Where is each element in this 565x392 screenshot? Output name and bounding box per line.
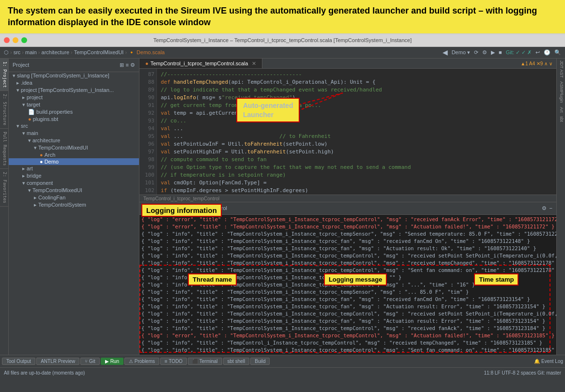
left-panel: Project ⊞ ≡ ⚙ ▾ slang [TempControlSystem…: [9, 59, 139, 355]
tree-art[interactable]: ▸ art: [9, 165, 139, 172]
tab-pull-requests[interactable]: Pull Requests: [0, 129, 8, 169]
tree-demo[interactable]: ● Demo: [9, 158, 139, 165]
editor-footer: TempControl_i_tcproc_tempControl: [139, 195, 556, 201]
main-container: 1: Project 2: Structure Pull Requests 2:…: [0, 59, 565, 355]
tab-structure[interactable]: 2: Structure: [0, 91, 8, 129]
breadcrumb-src[interactable]: src: [14, 49, 21, 55]
tree-target[interactable]: ▾ target: [9, 101, 139, 108]
log-line: { "log" : "info", "title" : "TempControl…: [141, 288, 554, 296]
breadcrumb-demo-scala[interactable]: 🔸 Demo.scala: [128, 49, 165, 56]
breadcrumb-tempcontrolmixedui[interactable]: TempControlMixedUI: [74, 49, 124, 55]
project-controls: ⊞ ≡ ⚙: [120, 62, 135, 68]
log-line: { "log" : "info", "title" : "TempControl…: [141, 238, 554, 245]
close-button[interactable]: [4, 37, 10, 43]
launcher-annotation-box: Auto-generatedLauncher: [236, 98, 300, 122]
log-line: { "log" : "info", "title" : "TempControl…: [141, 296, 554, 303]
file-tree: ▾ slang [TempControlSystem_i_Instance] ▸…: [9, 72, 139, 355]
terminal-button[interactable]: ⬛ Terminal: [188, 358, 222, 365]
bottom-toolbar: Tool Output ANTLR Preview ⑂ Git ▶ Run ⚠ …: [0, 355, 565, 367]
tree-arch[interactable]: ● Arch: [9, 151, 139, 158]
todo-button[interactable]: ≡ TODO: [160, 358, 187, 365]
window-title: TempControlSystem_i_Instance – TempContr…: [153, 37, 412, 43]
logging-label: Logging information: [146, 206, 217, 214]
tree-project-root[interactable]: ▾ project [TempControlSystem_i_Instan...: [9, 87, 139, 94]
log-line: { "log" : "error", "title" : "TempContro…: [141, 223, 554, 230]
tree-component[interactable]: ▾ component: [9, 180, 139, 187]
logging-message-box: Logging message: [324, 273, 387, 286]
log-line: { "log" : "info", "title" : "TempControl…: [141, 245, 554, 252]
ast-label-jdt: JDT AST: [557, 59, 565, 80]
problems-button[interactable]: ⚠ Problems: [124, 358, 159, 365]
status-left: All files are up-to-date (moments ago): [4, 370, 85, 376]
log-line: { "log" : "info", "title" : "TempControl…: [141, 230, 554, 238]
editor-warnings: ▲1 A4 ✕9 ∧ ∨: [520, 61, 556, 66]
traffic-lights: [4, 37, 27, 43]
antlr-preview-button[interactable]: ANTLR Preview: [36, 358, 79, 365]
log-line: { "log" : "info", "title" : "TempControl…: [141, 310, 554, 317]
tree-src[interactable]: ▾ src: [9, 122, 139, 130]
project-panel-header: Project ⊞ ≡ ⚙: [9, 59, 139, 72]
breadcrumb-bar: ⬡ › src › main › architecture › TempCont…: [0, 47, 565, 59]
log-line: { "log" : "info", "title" : "TempControl…: [141, 303, 554, 310]
build-button[interactable]: Build: [250, 358, 270, 365]
breadcrumb-main[interactable]: main: [25, 49, 37, 55]
log-line: { "log" : "info", "title" : "TempControl…: [141, 339, 554, 347]
tree-build-properties[interactable]: 📄 build.properties: [9, 108, 139, 116]
thread-name-box: Thread name: [188, 273, 237, 286]
maximize-button[interactable]: [21, 37, 27, 43]
console-settings-icon[interactable]: ⚙: [542, 205, 547, 211]
tree-idea[interactable]: ▸ .idea: [9, 79, 139, 87]
tree-component-tempcontrolmixedui[interactable]: ▾ TempControlMixedUI: [9, 187, 139, 194]
tab-favorites[interactable]: 2: Favorites: [0, 169, 8, 207]
annotation-row: Thread name Logging message Time stamp: [188, 273, 519, 286]
breadcrumb-architecture[interactable]: architecture: [42, 49, 69, 55]
right-panel: ● TempControl_i_tcproc_tempControl.scala…: [139, 59, 556, 355]
banner-text: The system can be easily executed in the…: [8, 6, 537, 27]
project-label: Project: [13, 62, 29, 68]
ast-label-asmplugin: ASMPlugin: [557, 79, 565, 105]
ast-label-sbt: sbt: [557, 114, 565, 124]
code-content[interactable]: //--------------------------------------…: [157, 69, 556, 195]
breadcrumb-icon: ⬡: [4, 49, 9, 56]
run-button[interactable]: ▶ Run: [101, 358, 123, 365]
tree-architecture[interactable]: ▾ architecture: [9, 137, 139, 144]
event-log-button[interactable]: 🔔 Event Log: [534, 359, 563, 364]
ast-panel: JDT AST ASMPlugin Art sbt: [556, 59, 565, 355]
tree-tempcontrolsystem[interactable]: ▸ TempControlSystem: [9, 201, 139, 209]
tree-bridge[interactable]: ▸ bridge: [9, 172, 139, 180]
tree-project[interactable]: ▸ project: [9, 94, 139, 101]
minimize-button[interactable]: [13, 37, 18, 43]
code-editor: Auto-generatedLauncher 87 88 89 90 91 92…: [139, 69, 556, 195]
logging-annotation-box: Logging information: [141, 204, 222, 217]
log-line: { "log" : "info", "title" : "TempControl…: [141, 252, 554, 259]
log-line: { "log" : "info", "title" : "TempControl…: [141, 325, 554, 332]
breadcrumb-right-controls: ◀ Demo ▾ ⟳ ⚙ ▶ ■ Git: ✓ ✓ ✗ ↩ 🕐 🔍: [443, 48, 561, 56]
thread-name-label: Thread name: [193, 276, 232, 283]
tree-plugins-sbt[interactable]: ● plugins.sbt: [9, 116, 139, 122]
line-numbers: 87 88 89 90 91 92 93 94 95 96 97 98 99 1…: [139, 69, 157, 195]
tab-project[interactable]: 1: Project: [0, 59, 8, 91]
logging-message-label: Logging message: [329, 276, 382, 283]
status-right: 11:8 LF UTF-8 2 spaces Git: master: [484, 370, 562, 376]
git-button[interactable]: ⑂ Git: [80, 358, 100, 365]
sbt-shell-button[interactable]: sbt shell: [223, 358, 250, 365]
editor-footer-filename: TempControl_i_tcproc_tempControl: [143, 196, 219, 201]
tree-tempcontrolmixedui-folder[interactable]: ▾ TempControlMixedUI: [9, 144, 139, 151]
log-line: { "log" : "error", "title" : "TempContro…: [141, 332, 554, 339]
time-stamp-label: Time stamp: [479, 276, 514, 283]
console-wrapper: Logging information Thread name Logging …: [139, 202, 556, 355]
left-panel-tabs: 1: Project 2: Structure Pull Requests 2:…: [0, 59, 9, 355]
log-line: { "log" : "info", "title" : "TempControl…: [141, 259, 554, 267]
log-line: { "log" : "info", "title" : "TempControl…: [141, 347, 554, 354]
console-close-icon[interactable]: −: [550, 205, 552, 211]
close-tab-icon[interactable]: ✕: [252, 60, 256, 67]
log-line: { "log" : "info", "title" : "TempControl…: [141, 267, 554, 274]
tree-root[interactable]: ▾ slang [TempControlSystem_i_Instance]: [9, 72, 139, 79]
tree-coolingfan[interactable]: ▸ CoolingFan: [9, 194, 139, 201]
launcher-text: Auto-generatedLauncher: [243, 102, 293, 118]
editor-tab-active[interactable]: ● TempControl_i_tcproc_tempControl.scala…: [139, 59, 262, 69]
tool-output-button[interactable]: Tool Output: [2, 358, 35, 365]
tree-main[interactable]: ▾ main: [9, 130, 139, 137]
log-line: { "log" : "error", "title" : "TempContro…: [141, 216, 554, 223]
ast-label-art: Art: [557, 105, 565, 115]
